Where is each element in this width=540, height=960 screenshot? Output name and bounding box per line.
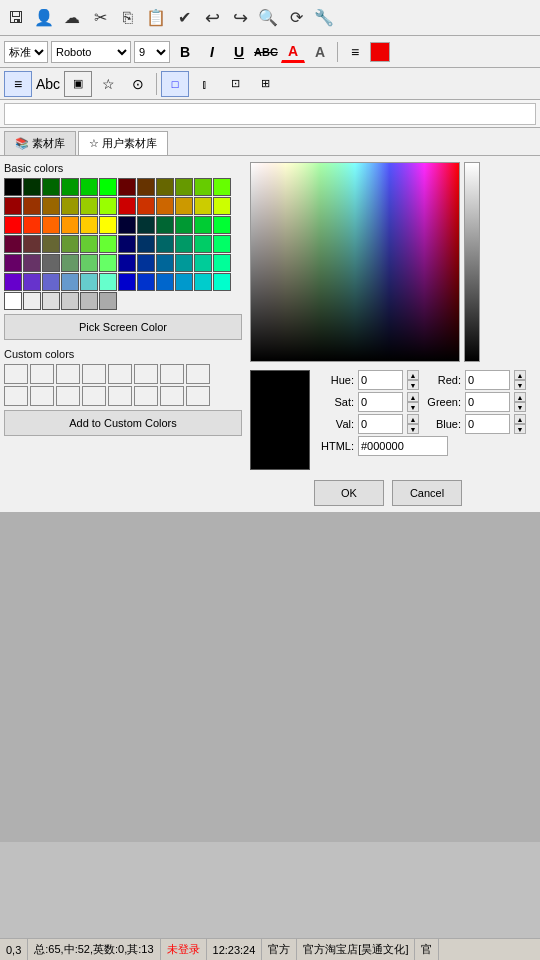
color-swatch[interactable] <box>194 273 212 291</box>
color-swatch[interactable] <box>4 197 22 215</box>
color-swatch[interactable] <box>42 216 60 234</box>
val-spinner[interactable]: ▲ ▼ <box>407 414 419 434</box>
color-swatch[interactable] <box>61 216 79 234</box>
color-swatch[interactable] <box>99 178 117 196</box>
bold-button[interactable]: B <box>173 41 197 63</box>
color-swatch[interactable] <box>42 178 60 196</box>
color-indicator[interactable] <box>370 42 390 62</box>
select-tool[interactable]: ▣ <box>64 71 92 97</box>
hue-up[interactable]: ▲ <box>407 370 419 380</box>
copy-icon[interactable]: ⎘ <box>116 6 140 30</box>
blue-input[interactable] <box>465 414 510 434</box>
custom-swatch[interactable] <box>160 386 184 406</box>
color-swatch[interactable] <box>175 216 193 234</box>
green-spinner[interactable]: ▲ ▼ <box>514 392 526 412</box>
color-swatch[interactable] <box>137 216 155 234</box>
custom-swatch[interactable] <box>108 386 132 406</box>
cut-icon[interactable]: ✂ <box>88 6 112 30</box>
color-swatch[interactable] <box>194 197 212 215</box>
login-item[interactable]: 未登录 <box>161 939 207 960</box>
red-down[interactable]: ▼ <box>514 380 526 390</box>
color-swatch[interactable] <box>175 178 193 196</box>
font-select[interactable]: Roboto <box>51 41 131 63</box>
user-icon[interactable]: 👤 <box>32 6 56 30</box>
blue-spinner[interactable]: ▲ ▼ <box>514 414 526 434</box>
color-swatch[interactable] <box>99 216 117 234</box>
color-swatch[interactable] <box>4 216 22 234</box>
settings-icon[interactable]: 🔧 <box>312 6 336 30</box>
blue-up[interactable]: ▲ <box>514 414 526 424</box>
cancel-button[interactable]: Cancel <box>392 480 462 506</box>
color-swatch[interactable] <box>4 235 22 253</box>
color-swatch[interactable] <box>118 254 136 272</box>
color-swatch[interactable] <box>156 178 174 196</box>
color-swatch[interactable] <box>118 273 136 291</box>
color-swatch[interactable] <box>80 292 98 310</box>
gradient-picker[interactable] <box>250 162 460 362</box>
color-swatch[interactable] <box>4 254 22 272</box>
color-swatch[interactable] <box>80 216 98 234</box>
view-tool[interactable]: □ <box>161 71 189 97</box>
color-swatch[interactable] <box>80 235 98 253</box>
color-swatch[interactable] <box>23 197 41 215</box>
custom-swatch[interactable] <box>134 386 158 406</box>
align-tool[interactable]: ≡ <box>4 71 32 97</box>
tab-user-material[interactable]: ☆ 用户素材库 <box>78 131 168 155</box>
hue-down[interactable]: ▼ <box>407 380 419 390</box>
brightness-bar[interactable] <box>464 162 480 362</box>
custom-swatch[interactable] <box>186 386 210 406</box>
align-button[interactable]: ≡ <box>343 41 367 63</box>
color-swatch[interactable] <box>156 273 174 291</box>
val-down[interactable]: ▼ <box>407 424 419 434</box>
hue-spinner[interactable]: ▲ ▼ <box>407 370 419 390</box>
color-swatch[interactable] <box>80 178 98 196</box>
taobao-item[interactable]: 官方淘宝店[昊通文化] <box>297 939 415 960</box>
color-swatch[interactable] <box>213 178 231 196</box>
red-spinner[interactable]: ▲ ▼ <box>514 370 526 390</box>
color-swatch[interactable] <box>4 292 22 310</box>
italic-button[interactable]: I <box>200 41 224 63</box>
blue-down[interactable]: ▼ <box>514 424 526 434</box>
color-swatch[interactable] <box>175 197 193 215</box>
color-swatch[interactable] <box>137 254 155 272</box>
check-icon[interactable]: ✔ <box>172 6 196 30</box>
sat-spinner[interactable]: ▲ ▼ <box>407 392 419 412</box>
green-down[interactable]: ▼ <box>514 402 526 412</box>
size-select[interactable]: 9 <box>134 41 170 63</box>
color-swatch[interactable] <box>194 178 212 196</box>
panel-tool[interactable]: ⫿ <box>191 71 219 97</box>
strikethrough-button[interactable]: ABC <box>254 41 278 63</box>
refresh-icon[interactable]: ⟳ <box>284 6 308 30</box>
add-custom-colors-button[interactable]: Add to Custom Colors <box>4 410 242 436</box>
search-input[interactable] <box>4 103 536 125</box>
tab-material[interactable]: 📚 素材库 <box>4 131 76 155</box>
color-swatch[interactable] <box>61 235 79 253</box>
color-swatch[interactable] <box>23 178 41 196</box>
clipboard-icon[interactable]: 📋 <box>144 6 168 30</box>
underline-button[interactable]: U <box>227 41 251 63</box>
color-swatch[interactable] <box>156 235 174 253</box>
color-swatch[interactable] <box>118 197 136 215</box>
color-swatch[interactable] <box>80 273 98 291</box>
green-input[interactable] <box>465 392 510 412</box>
color-swatch[interactable] <box>23 273 41 291</box>
color-swatch[interactable] <box>99 197 117 215</box>
color-swatch[interactable] <box>137 197 155 215</box>
store-item[interactable]: 官方 <box>262 939 297 960</box>
color-swatch[interactable] <box>118 178 136 196</box>
color-swatch[interactable] <box>213 235 231 253</box>
star-tool[interactable]: ☆ <box>94 71 122 97</box>
search-icon[interactable]: 🔍 <box>256 6 280 30</box>
custom-swatch[interactable] <box>186 364 210 384</box>
color-swatch[interactable] <box>61 178 79 196</box>
ok-button[interactable]: OK <box>314 480 384 506</box>
color-swatch[interactable] <box>23 216 41 234</box>
custom-swatch[interactable] <box>30 386 54 406</box>
color-swatch[interactable] <box>156 216 174 234</box>
style-select[interactable]: 标准 <box>4 41 48 63</box>
font-color-button[interactable]: A <box>281 41 305 63</box>
custom-swatch[interactable] <box>82 364 106 384</box>
color-swatch[interactable] <box>194 216 212 234</box>
highlight-button[interactable]: A <box>308 41 332 63</box>
color-swatch[interactable] <box>213 197 231 215</box>
